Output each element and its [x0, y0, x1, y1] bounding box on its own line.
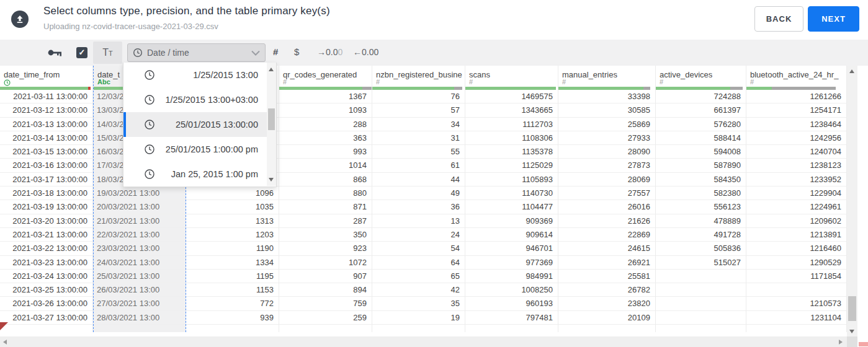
column-header[interactable]: active_devices [656, 66, 746, 79]
column-type-glyph: # [465, 79, 558, 86]
table-cell: 584350 [656, 173, 746, 187]
table-cell: 1140730 [465, 187, 558, 200]
column-header[interactable]: qr_codes_generated [279, 66, 372, 79]
table-cell: 582380 [656, 187, 746, 200]
table-cell: 363 [279, 131, 372, 145]
table-cell: 2021-03-20 13:00:00 [0, 214, 92, 228]
table-column[interactable]: bluetooth_active_24_hr_#1261266125417112… [746, 66, 847, 332]
date-format-option[interactable]: 1/25/2015 13:00 [123, 63, 276, 87]
upload-icon [11, 11, 29, 28]
chevron-down-icon [251, 50, 260, 56]
table-cell: 1240704 [746, 145, 846, 159]
table-cell: 1072 [279, 256, 372, 270]
table-cell: 2021-03-16 13:00:00 [0, 159, 92, 172]
table-cell: 64 [372, 256, 465, 270]
column-checkbox[interactable]: ✓ [76, 47, 87, 58]
table-cell: 2021-03-11 13:00:00 [0, 90, 92, 103]
vertical-scrollbar[interactable] [847, 66, 857, 336]
table-column[interactable]: scans#1469575134366511127031108306113537… [465, 66, 558, 332]
text-type-button[interactable]: TT [93, 42, 122, 64]
date-format-dropdown: 1/25/2015 13:001/25/2015 13:00+03:0025/0… [123, 63, 277, 187]
primary-key-icon[interactable] [47, 47, 63, 58]
scrollbar-corner [847, 336, 857, 347]
table-cell: 28090 [558, 145, 655, 159]
table-cell: 27557 [558, 187, 655, 200]
vertical-scroll-thumb[interactable] [848, 296, 856, 321]
table-cell: 27873 [558, 159, 655, 172]
table-cell: 76 [372, 90, 465, 103]
back-button[interactable]: BACK [754, 6, 803, 32]
table-cell: 587890 [656, 159, 746, 172]
date-format-option[interactable]: Jan 25, 2015 1:00 pm [123, 162, 276, 187]
table-column[interactable]: date_time_from2021-03-11 13:00:002021-03… [0, 66, 93, 332]
table-cell: 1108306 [465, 131, 558, 145]
dropdown-scroll-down-icon[interactable] [269, 178, 274, 182]
next-button[interactable]: NEXT [808, 6, 859, 32]
scroll-left-icon[interactable] [3, 340, 7, 345]
table-cell: 556123 [656, 200, 746, 214]
table-cell: 1195 [186, 270, 279, 283]
table-cell [746, 283, 846, 297]
scroll-right-icon[interactable] [839, 340, 843, 345]
table-cell: 1096 [186, 187, 279, 200]
date-format-option[interactable]: 25/01/2015 1:00:00 pm [123, 137, 276, 162]
date-format-option-label: 25/01/2015 1:00:00 pm [166, 144, 258, 154]
currency-type-button[interactable]: $ [294, 46, 299, 57]
date-format-option[interactable]: 25/01/2015 13:00:00 [123, 112, 276, 137]
table-cell: 868 [279, 173, 372, 187]
upload-subtitle: Uploading nz-covid-tracer-usage-2021-03-… [43, 22, 218, 31]
table-cell: 24 [372, 228, 465, 242]
dropdown-scrollbar[interactable] [267, 63, 276, 186]
horizontal-scrollbar[interactable] [0, 336, 847, 347]
column-header[interactable]: date_time_from [0, 66, 92, 79]
page-horizontal-scroll-thumb[interactable] [859, 342, 868, 346]
scroll-up-icon[interactable] [849, 69, 854, 73]
table-cell: 2021-03-25 13:00:00 [0, 283, 92, 297]
table-cell: 61 [372, 159, 465, 172]
table-cell: 894 [279, 283, 372, 297]
table-cell [656, 283, 746, 297]
date-format-option[interactable]: 1/25/2015 13:00+03:00 [123, 87, 276, 112]
table-cell: 1367 [279, 90, 372, 103]
decrease-decimals-button[interactable]: ←0.00 [353, 47, 378, 57]
table-cell: 1190 [186, 242, 279, 255]
increase-decimals-button[interactable]: →0.00 [317, 47, 342, 57]
table-column[interactable]: manual_entries#3339830585258692793328090… [558, 66, 656, 332]
table-cell: 923 [279, 242, 372, 255]
table-cell: 287 [279, 214, 372, 228]
clock-icon [144, 169, 155, 180]
type-select[interactable]: Date / time [127, 43, 266, 62]
table-cell: 1008250 [465, 283, 558, 297]
table-cell: 1229904 [746, 187, 846, 200]
column-header[interactable]: scans [465, 66, 558, 79]
table-column[interactable]: nzbn_registered_busine#76573431556144493… [372, 66, 465, 332]
table-cell: 2021-03-26 13:00:00 [0, 297, 92, 310]
table-column[interactable]: active_devices#7242886613975762805884145… [656, 66, 746, 332]
toolbar: ✓ TT Date / time # $ →0.00 ←0.00 [0, 40, 868, 66]
dropdown-scroll-up-icon[interactable] [269, 68, 274, 71]
scroll-down-icon[interactable] [849, 330, 854, 333]
table-cell: 350 [279, 228, 372, 242]
dropdown-scroll-thumb[interactable] [268, 108, 275, 130]
table-cell: 1210573 [746, 297, 846, 310]
table-cell [656, 270, 746, 283]
clock-icon [133, 48, 143, 58]
table-cell: 2021-03-12 13:00:00 [0, 103, 92, 117]
table-cell: 2021-03-27 13:00:00 [0, 311, 92, 325]
table-cell: 588414 [656, 131, 746, 145]
table-cell: 1242956 [746, 131, 846, 145]
table-column[interactable]: qr_codes_generated#136710932883639931014… [279, 66, 372, 332]
table-cell: 2021-03-23 13:00:00 [0, 256, 92, 270]
overflow-marker [0, 322, 8, 330]
table-cell: 1112703 [465, 118, 558, 131]
table-cell: 26016 [558, 200, 655, 214]
table-cell [656, 297, 746, 310]
table-cell: 35 [372, 297, 465, 310]
column-header[interactable]: nzbn_registered_busine [372, 66, 465, 79]
column-header[interactable]: manual_entries [558, 66, 655, 79]
table-cell: 2021-03-24 13:00:00 [0, 270, 92, 283]
table-cell: 772 [186, 297, 279, 310]
table-cell: 1213891 [746, 228, 846, 242]
number-type-button[interactable]: # [273, 46, 278, 57]
column-header[interactable]: bluetooth_active_24_hr_ [746, 66, 846, 79]
